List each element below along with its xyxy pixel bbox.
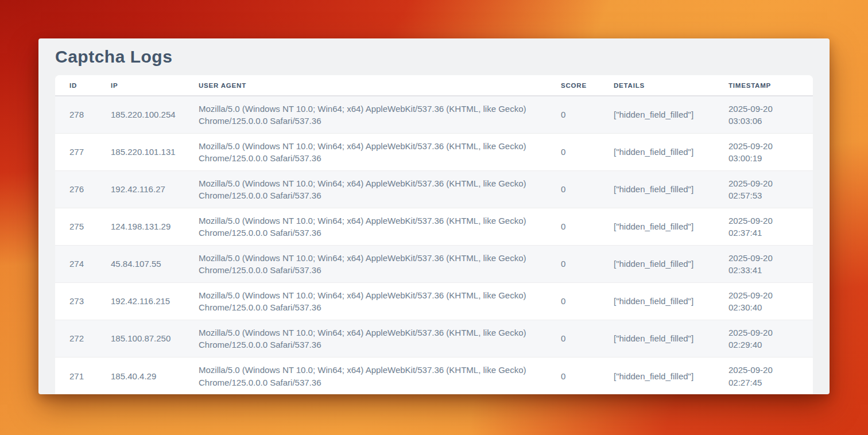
cell-timestamp: 2025-09-20 02:27:45: [728, 364, 799, 389]
cell-ip: 185.40.4.29: [111, 370, 199, 383]
cell-timestamp: 2025-09-20 02:37:41: [728, 215, 799, 239]
column-header-ip: IP: [111, 82, 199, 89]
cell-details: ["hidden_field_filled"]: [614, 258, 728, 270]
column-header-score: SCORE: [561, 82, 614, 89]
table-header-row: IDIPUSER AGENTSCOREDETAILSTIMESTAMP: [55, 75, 813, 96]
table-row: 276 192.42.116.27 Mozilla/5.0 (Windows N…: [55, 171, 813, 208]
cell-details: ["hidden_field_filled"]: [614, 295, 728, 308]
cell-ip: 124.198.131.29: [111, 220, 199, 233]
cell-user-agent: Mozilla/5.0 (Windows NT 10.0; Win64; x64…: [199, 103, 561, 127]
table-row: 271 185.40.4.29 Mozilla/5.0 (Windows NT …: [55, 358, 813, 394]
cell-timestamp: 2025-09-20 02:29:40: [728, 327, 799, 351]
table-row: 275 124.198.131.29 Mozilla/5.0 (Windows …: [55, 208, 813, 246]
table-row: 273 192.42.116.215 Mozilla/5.0 (Windows …: [55, 283, 813, 320]
cell-timestamp: 2025-09-20 03:03:06: [728, 103, 799, 127]
table-row: 272 185.100.87.250 Mozilla/5.0 (Windows …: [55, 320, 813, 358]
cell-score: 0: [561, 295, 614, 308]
cell-ip: 192.42.116.215: [111, 295, 199, 308]
cell-score: 0: [561, 258, 614, 270]
cell-ip: 45.84.107.55: [111, 258, 199, 270]
cell-ip: 185.220.100.254: [111, 108, 199, 121]
cell-id: 276: [69, 183, 111, 196]
table-row: 278 185.220.100.254 Mozilla/5.0 (Windows…: [55, 96, 813, 134]
cell-ip: 192.42.116.27: [111, 183, 199, 196]
table-row: 277 185.220.101.131 Mozilla/5.0 (Windows…: [55, 134, 813, 171]
cell-id: 272: [69, 332, 111, 345]
captcha-logs-table: IDIPUSER AGENTSCOREDETAILSTIMESTAMP 278 …: [55, 75, 813, 394]
cell-score: 0: [561, 183, 614, 196]
table-row: 274 45.84.107.55 Mozilla/5.0 (Windows NT…: [55, 246, 813, 283]
cell-id: 271: [69, 370, 111, 383]
cell-user-agent: Mozilla/5.0 (Windows NT 10.0; Win64; x64…: [199, 140, 561, 165]
cell-timestamp: 2025-09-20 02:30:40: [728, 289, 799, 314]
cell-user-agent: Mozilla/5.0 (Windows NT 10.0; Win64; x64…: [199, 289, 561, 314]
cell-user-agent: Mozilla/5.0 (Windows NT 10.0; Win64; x64…: [199, 215, 561, 239]
cell-details: ["hidden_field_filled"]: [614, 183, 728, 196]
column-header-user-agent: USER AGENT: [199, 82, 561, 89]
cell-id: 274: [69, 258, 111, 270]
cell-score: 0: [561, 108, 614, 121]
cell-score: 0: [561, 220, 614, 233]
cell-score: 0: [561, 332, 614, 345]
cell-id: 278: [69, 108, 111, 121]
app-background: { "page": { "title": "Captcha Logs" }, "…: [0, 0, 868, 435]
cell-score: 0: [561, 370, 614, 383]
cell-user-agent: Mozilla/5.0 (Windows NT 10.0; Win64; x64…: [199, 177, 561, 202]
cell-timestamp: 2025-09-20 03:00:19: [728, 140, 799, 165]
cell-details: ["hidden_field_filled"]: [614, 146, 728, 158]
cell-details: ["hidden_field_filled"]: [614, 108, 728, 121]
cell-details: ["hidden_field_filled"]: [614, 332, 728, 345]
cell-user-agent: Mozilla/5.0 (Windows NT 10.0; Win64; x64…: [199, 364, 561, 389]
page-title: Captcha Logs: [55, 38, 813, 75]
cell-id: 277: [69, 146, 111, 158]
cell-details: ["hidden_field_filled"]: [614, 220, 728, 233]
column-header-details: DETAILS: [614, 82, 728, 89]
cell-score: 0: [561, 146, 614, 158]
table-body: 278 185.220.100.254 Mozilla/5.0 (Windows…: [55, 96, 813, 394]
cell-details: ["hidden_field_filled"]: [614, 370, 728, 383]
captcha-logs-card: Captcha Logs IDIPUSER AGENTSCOREDETAILST…: [38, 38, 830, 394]
cell-timestamp: 2025-09-20 02:33:41: [728, 252, 799, 277]
cell-user-agent: Mozilla/5.0 (Windows NT 10.0; Win64; x64…: [199, 252, 561, 277]
cell-user-agent: Mozilla/5.0 (Windows NT 10.0; Win64; x64…: [199, 327, 561, 351]
column-header-timestamp: TIMESTAMP: [728, 82, 799, 89]
cell-ip: 185.220.101.131: [111, 146, 199, 158]
column-header-id: ID: [69, 82, 111, 89]
cell-ip: 185.100.87.250: [111, 332, 199, 345]
cell-id: 273: [69, 295, 111, 308]
cell-timestamp: 2025-09-20 02:57:53: [728, 177, 799, 202]
cell-id: 275: [69, 220, 111, 233]
